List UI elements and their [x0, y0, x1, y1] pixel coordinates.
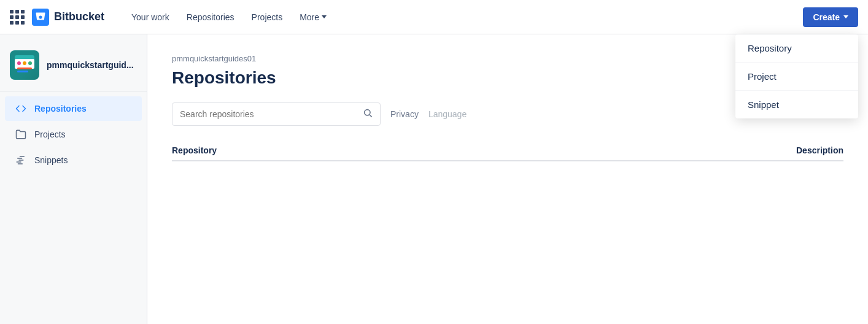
nav-more[interactable]: More: [292, 7, 334, 27]
bitbucket-logo-icon[interactable]: [32, 9, 49, 26]
nav-your-work[interactable]: Your work: [124, 7, 177, 27]
ws-line-2: [17, 71, 28, 72]
search-input[interactable]: [180, 109, 358, 119]
sidebar-divider: [0, 91, 147, 91]
sidebar: pmmquickstartguid... Repositories Projec…: [0, 34, 147, 324]
create-dropdown-menu: Repository Project Snippet: [735, 34, 858, 118]
repositories-icon: [15, 102, 27, 115]
create-button[interactable]: Create: [803, 7, 858, 27]
search-icon: [363, 108, 373, 120]
privacy-filter-label: Privacy: [390, 109, 419, 119]
header-left: Bitbucket Your work Repositories Project…: [10, 7, 334, 27]
header: Bitbucket Your work Repositories Project…: [0, 0, 868, 34]
table-col-repository: Repository: [172, 145, 217, 155]
ws-dots: [17, 61, 32, 65]
table-col-description: Description: [796, 145, 843, 155]
create-chevron-icon: [843, 15, 848, 18]
sidebar-snippets-label: Snippets: [34, 155, 68, 165]
more-chevron-icon: [322, 15, 327, 18]
ws-dot-red: [17, 61, 21, 65]
dropdown-item-repository[interactable]: Repository: [735, 34, 858, 63]
nav-repositories[interactable]: Repositories: [179, 7, 242, 27]
sidebar-item-projects[interactable]: Projects: [5, 122, 142, 147]
workspace-item[interactable]: pmmquickstartguid...: [0, 44, 147, 86]
table-header: Repository Description: [172, 145, 843, 161]
sidebar-item-repositories[interactable]: Repositories: [5, 96, 142, 121]
dropdown-item-project[interactable]: Project: [735, 63, 858, 91]
snippets-icon: [15, 154, 27, 166]
ws-line-1: [17, 68, 32, 69]
workspace-name: pmmquickstartguid...: [47, 60, 134, 70]
language-filter-label: Language: [428, 109, 467, 119]
ws-dot-green: [28, 61, 32, 65]
projects-icon: [15, 128, 27, 141]
main-nav: Your work Repositories Projects More: [124, 7, 334, 27]
search-box: [172, 102, 381, 126]
sidebar-item-snippets[interactable]: Snippets: [5, 148, 142, 172]
apps-icon[interactable]: [10, 10, 25, 25]
dropdown-item-snippet[interactable]: Snippet: [735, 91, 858, 118]
sidebar-repositories-label: Repositories: [34, 104, 87, 114]
brand-name: Bitbucket: [54, 10, 104, 23]
svg-line-6: [370, 115, 372, 117]
header-right: Create: [803, 7, 858, 27]
svg-point-5: [365, 110, 370, 115]
ws-lines: [17, 68, 32, 74]
workspace-avatar: [10, 50, 39, 80]
nav-projects[interactable]: Projects: [244, 7, 290, 27]
sidebar-projects-label: Projects: [34, 129, 66, 139]
ws-dot-yellow: [23, 61, 26, 65]
